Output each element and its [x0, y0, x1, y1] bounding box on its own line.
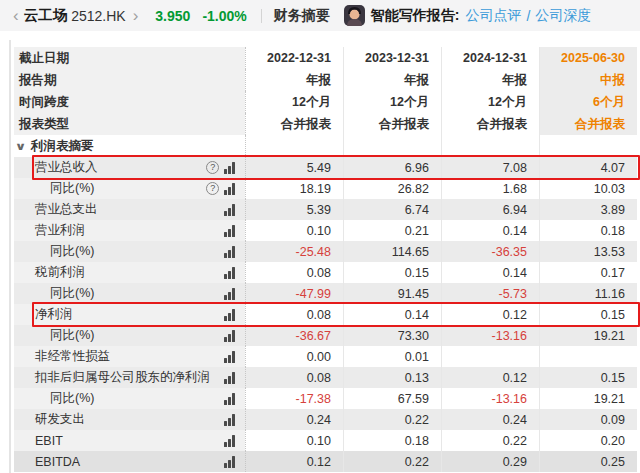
- row-label-text: 同比(%): [50, 285, 94, 302]
- row-label: 扣非后归属母公司股东的净利润: [14, 367, 245, 388]
- row-label-text: 扣非后归属母公司股东的净利润: [35, 369, 210, 386]
- bar-chart-icon[interactable]: [224, 435, 235, 447]
- bar-chart-icon[interactable]: [224, 162, 235, 174]
- table-row: 非经常性损益0.000.01: [14, 346, 637, 367]
- row-label-text: EBIT: [35, 434, 63, 448]
- row-icons: [224, 435, 245, 447]
- bar-chart-icon[interactable]: [224, 456, 235, 468]
- bar-chart-icon[interactable]: [224, 267, 235, 279]
- row-label: 报告期: [14, 69, 245, 91]
- row-icons: [224, 309, 245, 321]
- table-row: 税前利润0.080.150.140.17: [14, 262, 637, 283]
- value-cell: 2024-12-31: [441, 47, 539, 69]
- value-cell: 0.14: [441, 220, 539, 241]
- row-label: 截止日期: [14, 47, 245, 69]
- row-label-text: 研发支出: [35, 411, 85, 428]
- row-icons: [224, 372, 245, 384]
- bar-chart-icon[interactable]: [224, 288, 235, 300]
- value-cell: 10.03: [539, 178, 637, 199]
- bar-chart-icon[interactable]: [224, 225, 235, 237]
- value-cell: 0.14: [343, 304, 441, 325]
- row-label: 营业总收入?: [14, 157, 245, 178]
- row-icons: [224, 204, 245, 216]
- row-label: 营业利润: [14, 220, 245, 241]
- bar-chart-icon[interactable]: [224, 183, 235, 195]
- value-cell: 0.24: [245, 409, 343, 430]
- table-row: 扣非后归属母公司股东的净利润0.080.130.120.15: [14, 367, 637, 388]
- value-cell: 6.74: [343, 199, 441, 220]
- value-cell: -47.99: [245, 283, 343, 304]
- stock-code: 2512.HK: [71, 8, 125, 24]
- value-cell: 6.94: [441, 199, 539, 220]
- bar-chart-icon[interactable]: [224, 393, 235, 405]
- row-label-text: 营业利润: [35, 222, 85, 239]
- value-cell: 0.08: [245, 367, 343, 388]
- value-cell: 年报: [343, 69, 441, 91]
- value-cell: 0.12: [441, 304, 539, 325]
- row-label: 同比(%): [14, 241, 245, 262]
- forward-chevron-icon[interactable]: ›: [130, 7, 142, 24]
- top-bar: ‹ 云工场 2512.HK › 3.950 -1.00% 财务摘要 智能写作报告…: [0, 0, 640, 31]
- value-cell: -13.16: [441, 388, 539, 409]
- link-company-deep[interactable]: 公司深度: [535, 7, 591, 25]
- row-label: 净利润: [14, 304, 245, 325]
- financial-table: 截止日期2022-12-312023-12-312024-12-312025-0…: [14, 47, 637, 472]
- value-cell: 0.08: [245, 262, 343, 283]
- value-cell: 中报: [539, 69, 637, 91]
- back-chevron-icon[interactable]: ‹: [10, 7, 22, 24]
- bar-chart-icon[interactable]: [224, 309, 235, 321]
- row-label: 报表类型: [14, 113, 245, 135]
- table-row: 营业总收入?5.496.967.084.07: [14, 157, 637, 178]
- bar-chart-icon[interactable]: [224, 330, 235, 342]
- link-company-comment[interactable]: 公司点评: [465, 7, 521, 25]
- table-row: 同比(%)-17.3867.59-13.1619.21: [14, 388, 637, 409]
- value-cell: 0.10: [245, 430, 343, 451]
- tab-financial-summary[interactable]: 财务摘要: [274, 7, 330, 25]
- table-row: 营业利润0.100.210.140.18: [14, 220, 637, 241]
- value-cell: 4.07: [539, 157, 637, 178]
- value-cell: [343, 135, 441, 157]
- value-cell: -25.48: [245, 241, 343, 262]
- value-cell: 年报: [245, 69, 343, 91]
- value-cell: [539, 346, 637, 367]
- help-icon[interactable]: ?: [206, 182, 219, 195]
- bar-chart-icon[interactable]: [224, 246, 235, 258]
- value-cell: -36.35: [441, 241, 539, 262]
- value-cell: 0.22: [343, 409, 441, 430]
- value-cell: 5.49: [245, 157, 343, 178]
- help-icon[interactable]: ?: [206, 161, 219, 174]
- stock-name: 云工场: [24, 6, 68, 25]
- section-income-statement[interactable]: ∨利润表摘要: [14, 135, 637, 157]
- bar-chart-icon[interactable]: [224, 204, 235, 216]
- table-row: 营业总支出5.396.746.943.89: [14, 199, 637, 220]
- value-cell: 0.18: [343, 430, 441, 451]
- bar-chart-icon[interactable]: [224, 414, 235, 426]
- topbar-divider: [261, 9, 262, 23]
- value-cell: 0.00: [245, 346, 343, 367]
- bar-chart-icon[interactable]: [224, 351, 235, 363]
- stock-change-percent: -1.00%: [202, 8, 246, 24]
- value-cell: -5.73: [441, 283, 539, 304]
- value-cell: [539, 135, 637, 157]
- row-label: 营业总支出: [14, 199, 245, 220]
- value-cell: [245, 135, 343, 157]
- stock-price: 3.950: [155, 8, 190, 24]
- value-cell: 0.15: [539, 367, 637, 388]
- row-label: 同比(%): [14, 325, 245, 346]
- row-icons: [224, 225, 245, 237]
- value-cell: 6个月: [539, 91, 637, 113]
- link-separator: /: [526, 8, 530, 24]
- row-icons: [224, 414, 245, 426]
- value-cell: 0.24: [441, 409, 539, 430]
- left-panel-divider: [9, 40, 11, 473]
- value-cell: 合并报表: [441, 113, 539, 135]
- table-row: EBITDA0.120.220.290.25: [14, 451, 637, 472]
- value-cell: 114.65: [343, 241, 441, 262]
- bar-chart-icon[interactable]: [224, 372, 235, 384]
- row-label: 同比(%): [14, 283, 245, 304]
- table-header-row: 报告期年报年报年报中报: [14, 69, 637, 91]
- row-icons: [224, 351, 245, 363]
- value-cell: 0.22: [441, 430, 539, 451]
- row-label-text: EBITDA: [35, 455, 80, 469]
- value-cell: 0.14: [441, 262, 539, 283]
